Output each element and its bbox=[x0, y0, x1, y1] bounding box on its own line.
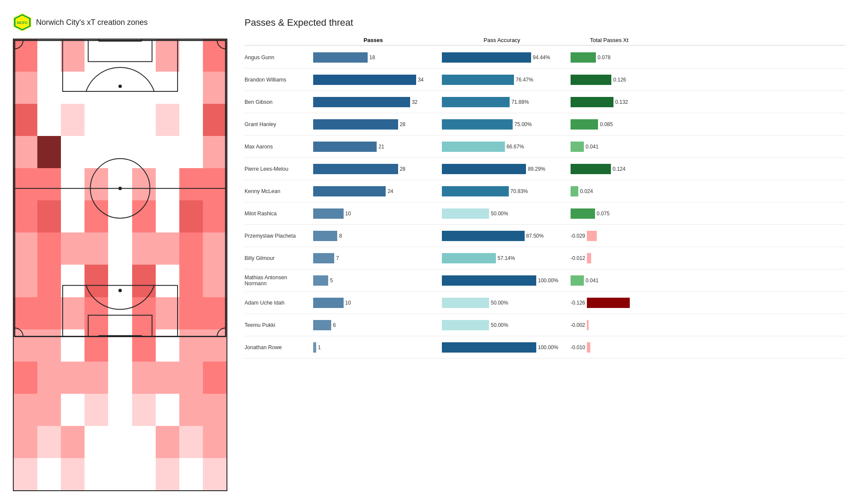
heatmap-cell bbox=[203, 136, 227, 168]
player-name: Brandon Williams bbox=[245, 77, 313, 83]
accuracy-bar bbox=[442, 97, 510, 107]
heatmap-cell bbox=[156, 200, 179, 232]
heatmap-cell bbox=[156, 265, 179, 297]
passes-section: 1 bbox=[313, 342, 433, 353]
accuracy-section: 87.50% bbox=[433, 231, 562, 241]
passes-section: 10 bbox=[313, 298, 433, 308]
heatmap-cell bbox=[179, 265, 203, 297]
svg-text:NCFC: NCFC bbox=[17, 21, 28, 25]
pass-bar bbox=[313, 298, 344, 308]
heatmap-cell bbox=[179, 297, 203, 329]
xt-label: 0.132 bbox=[615, 99, 628, 105]
accuracy-bar bbox=[442, 298, 489, 308]
accuracy-label: 70.83% bbox=[511, 188, 528, 194]
xt-label-negative: -0.010 bbox=[571, 344, 585, 350]
col-header-passes: Passes bbox=[313, 37, 433, 43]
heatmap-cell bbox=[203, 329, 227, 362]
player-name: Pierre Lees-Melou bbox=[245, 166, 313, 172]
pass-bar bbox=[313, 142, 377, 152]
heatmap-cell bbox=[108, 200, 132, 232]
heatmap-cell bbox=[132, 39, 156, 72]
heatmap-cell bbox=[14, 104, 37, 136]
xt-label-negative: -0.029 bbox=[571, 233, 585, 239]
pitch-container bbox=[13, 39, 227, 491]
player-name: Ben Gibson bbox=[245, 99, 313, 105]
heatmap-cell bbox=[37, 104, 61, 136]
club-badge: NCFC bbox=[13, 13, 32, 32]
xt-bar-positive bbox=[571, 97, 613, 107]
player-name: Przemyslaw Placheta bbox=[245, 233, 313, 239]
accuracy-section: 76.47% bbox=[433, 75, 562, 85]
player-row: Przemyslaw Placheta887.50%-0.029 bbox=[245, 225, 845, 247]
heatmap-cell bbox=[203, 168, 227, 200]
player-row: Mathias Antonsen Normann5100.00%0.041 bbox=[245, 269, 845, 292]
heatmap-cell bbox=[61, 200, 85, 232]
passes-section: 5 bbox=[313, 275, 433, 286]
accuracy-section: 50.00% bbox=[433, 320, 562, 330]
player-name: Angus Gunn bbox=[245, 54, 313, 60]
heatmap-cell bbox=[61, 458, 85, 490]
accuracy-section: 57.14% bbox=[433, 253, 562, 263]
xt-bar-negative bbox=[587, 253, 591, 263]
heatmap-cell bbox=[37, 329, 61, 362]
heatmap-cell bbox=[179, 200, 203, 232]
accuracy-label: 100.00% bbox=[538, 344, 558, 350]
passes-section: 28 bbox=[313, 164, 433, 174]
passes-section: 28 bbox=[313, 119, 433, 130]
heatmap-cell bbox=[108, 265, 132, 297]
heatmap-cell bbox=[61, 72, 85, 104]
pass-bar bbox=[313, 52, 368, 63]
heatmap-cell bbox=[156, 329, 179, 362]
accuracy-bar bbox=[442, 52, 531, 63]
player-row: Jonathan Rowe1100.00%-0.010 bbox=[245, 336, 845, 359]
player-name: Milot Rashica bbox=[245, 211, 313, 217]
pass-bar bbox=[313, 253, 334, 263]
heatmap-cell bbox=[108, 168, 132, 200]
heatmap-cell bbox=[156, 394, 179, 426]
accuracy-bar bbox=[442, 253, 496, 263]
player-row: Adam Uche Idah1050.00%-0.126 bbox=[245, 292, 845, 314]
heatmap-cell bbox=[179, 232, 203, 265]
heatmap-cell bbox=[61, 39, 85, 72]
heatmap-cell bbox=[61, 426, 85, 458]
xt-section: -0.126 bbox=[562, 298, 648, 308]
heatmap-cell bbox=[85, 200, 108, 232]
player-row: Max Aarons2166.67%0.041 bbox=[245, 136, 845, 158]
accuracy-label: 76.47% bbox=[516, 77, 533, 83]
heatmap-cell bbox=[85, 39, 108, 72]
xt-bar-positive bbox=[571, 75, 611, 85]
xt-label-negative: -0.002 bbox=[571, 322, 585, 328]
xt-section: 0.078 bbox=[562, 52, 648, 63]
player-row: Brandon Williams3476.47%0.126 bbox=[245, 69, 845, 91]
heatmap-cell bbox=[203, 297, 227, 329]
heatmap-cell bbox=[203, 394, 227, 426]
accuracy-bar bbox=[442, 142, 505, 152]
chart-title: Passes & Expected threat bbox=[245, 17, 845, 28]
heatmap-cell bbox=[85, 394, 108, 426]
heatmap-cell bbox=[132, 232, 156, 265]
heatmap-cell bbox=[14, 168, 37, 200]
heatmap-cell bbox=[203, 458, 227, 490]
column-headers: Passes Pass Accuracy Total Passes Xt bbox=[245, 37, 845, 45]
accuracy-bar bbox=[442, 75, 514, 85]
xt-label: 0.075 bbox=[597, 211, 610, 217]
xt-label: 0.078 bbox=[598, 54, 610, 60]
xt-bar-positive bbox=[571, 142, 584, 152]
player-row: Pierre Lees-Melou2889.29%0.124 bbox=[245, 158, 845, 180]
player-name: Jonathan Rowe bbox=[245, 344, 313, 350]
heatmap-cell bbox=[108, 362, 132, 394]
xt-section: -0.012 bbox=[562, 253, 648, 263]
heatmap-cell bbox=[132, 394, 156, 426]
heatmap-cell bbox=[85, 329, 108, 362]
accuracy-section: 94.44% bbox=[433, 52, 562, 63]
heatmap-cell bbox=[14, 329, 37, 362]
accuracy-section: 100.00% bbox=[433, 275, 562, 286]
heatmap-cell bbox=[179, 104, 203, 136]
heatmap-cell bbox=[132, 297, 156, 329]
passes-section: 24 bbox=[313, 186, 433, 196]
accuracy-label: 50.00% bbox=[491, 211, 508, 217]
passes-section: 18 bbox=[313, 52, 433, 63]
heatmap-cell bbox=[37, 200, 61, 232]
xt-bar-positive bbox=[571, 275, 584, 286]
heatmap-cell bbox=[14, 297, 37, 329]
